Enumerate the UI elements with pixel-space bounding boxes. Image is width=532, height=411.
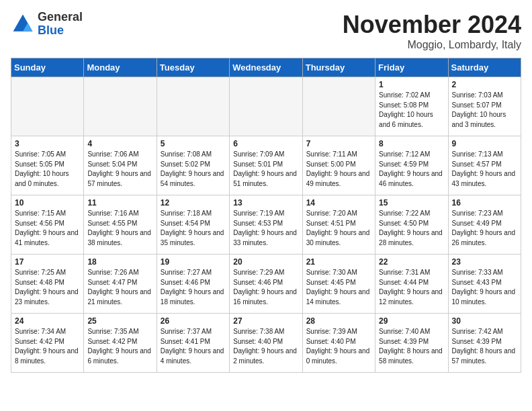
day-number: 20 [233, 257, 298, 267]
day-info: Sunrise: 7:03 AM Sunset: 5:07 PM Dayligh… [452, 91, 517, 130]
day-number: 11 [87, 198, 152, 208]
day-number: 4 [87, 139, 152, 148]
day-number: 29 [379, 316, 444, 326]
day-info: Sunrise: 7:38 AM Sunset: 4:40 PM Dayligh… [233, 327, 298, 366]
day-info: Sunrise: 7:15 AM Sunset: 4:56 PM Dayligh… [15, 209, 80, 248]
day-number: 8 [379, 139, 444, 148]
calendar-cell: 13Sunrise: 7:19 AM Sunset: 4:53 PM Dayli… [230, 195, 302, 255]
weekday-header-wednesday: Wednesday [230, 58, 302, 77]
calendar-cell: 8Sunrise: 7:12 AM Sunset: 4:59 PM Daylig… [375, 136, 448, 195]
calendar-cell: 6Sunrise: 7:09 AM Sunset: 5:01 PM Daylig… [230, 136, 302, 195]
day-info: Sunrise: 7:22 AM Sunset: 4:50 PM Dayligh… [379, 209, 444, 248]
day-info: Sunrise: 7:42 AM Sunset: 4:39 PM Dayligh… [452, 327, 517, 366]
day-info: Sunrise: 7:06 AM Sunset: 5:04 PM Dayligh… [87, 150, 152, 189]
day-number: 24 [15, 316, 80, 326]
weekday-header-thursday: Thursday [302, 58, 375, 77]
day-info: Sunrise: 7:27 AM Sunset: 4:46 PM Dayligh… [161, 268, 226, 307]
page-header: General Blue November 2024 Moggio, Lomba… [11, 11, 521, 51]
day-info: Sunrise: 7:39 AM Sunset: 4:40 PM Dayligh… [306, 327, 371, 366]
day-number: 17 [15, 257, 80, 267]
day-number: 1 [379, 80, 444, 89]
day-number: 5 [161, 139, 226, 148]
day-info: Sunrise: 7:31 AM Sunset: 4:44 PM Dayligh… [379, 268, 444, 307]
calendar-cell: 12Sunrise: 7:18 AM Sunset: 4:54 PM Dayli… [157, 195, 229, 255]
day-number: 15 [379, 198, 444, 208]
calendar-cell [84, 77, 157, 136]
day-number: 9 [452, 139, 517, 148]
weekday-header-friday: Friday [375, 58, 448, 77]
day-number: 27 [233, 316, 298, 326]
day-number: 3 [15, 139, 80, 148]
calendar-cell: 19Sunrise: 7:27 AM Sunset: 4:46 PM Dayli… [157, 255, 229, 314]
day-number: 10 [15, 198, 80, 208]
day-number: 16 [452, 198, 517, 208]
calendar-cell: 9Sunrise: 7:13 AM Sunset: 4:57 PM Daylig… [448, 136, 521, 195]
day-number: 12 [161, 198, 226, 208]
calendar-cell: 30Sunrise: 7:42 AM Sunset: 4:39 PM Dayli… [448, 314, 521, 373]
calendar-cell: 27Sunrise: 7:38 AM Sunset: 4:40 PM Dayli… [230, 314, 302, 373]
weekday-header-sunday: Sunday [11, 58, 84, 77]
day-number: 30 [452, 316, 517, 326]
weekday-header-saturday: Saturday [448, 58, 521, 77]
calendar-cell: 21Sunrise: 7:30 AM Sunset: 4:45 PM Dayli… [302, 255, 375, 314]
day-number: 13 [233, 198, 298, 208]
calendar-cell: 3Sunrise: 7:05 AM Sunset: 5:05 PM Daylig… [11, 136, 84, 195]
day-info: Sunrise: 7:18 AM Sunset: 4:54 PM Dayligh… [161, 209, 226, 248]
title-block: November 2024 Moggio, Lombardy, Italy [343, 11, 521, 51]
day-info: Sunrise: 7:25 AM Sunset: 4:48 PM Dayligh… [15, 268, 80, 307]
calendar-cell [157, 77, 229, 136]
calendar-cell: 4Sunrise: 7:06 AM Sunset: 5:04 PM Daylig… [84, 136, 157, 195]
day-info: Sunrise: 7:13 AM Sunset: 4:57 PM Dayligh… [452, 150, 517, 189]
day-number: 21 [306, 257, 371, 267]
calendar-cell [230, 77, 302, 136]
weekday-header-monday: Monday [84, 58, 157, 77]
calendar-cell: 15Sunrise: 7:22 AM Sunset: 4:50 PM Dayli… [375, 195, 448, 255]
logo-icon [11, 12, 35, 36]
day-number: 7 [306, 139, 371, 148]
calendar-cell: 7Sunrise: 7:11 AM Sunset: 5:00 PM Daylig… [302, 136, 375, 195]
calendar-cell: 11Sunrise: 7:16 AM Sunset: 4:55 PM Dayli… [84, 195, 157, 255]
day-info: Sunrise: 7:19 AM Sunset: 4:53 PM Dayligh… [233, 209, 298, 248]
calendar-table: SundayMondayTuesdayWednesdayThursdayFrid… [11, 58, 521, 373]
calendar-cell: 2Sunrise: 7:03 AM Sunset: 5:07 PM Daylig… [448, 77, 521, 136]
weekday-header-tuesday: Tuesday [157, 58, 229, 77]
day-info: Sunrise: 7:30 AM Sunset: 4:45 PM Dayligh… [306, 268, 371, 307]
calendar-cell [302, 77, 375, 136]
day-info: Sunrise: 7:37 AM Sunset: 4:41 PM Dayligh… [161, 327, 226, 366]
day-number: 23 [452, 257, 517, 267]
day-number: 6 [233, 139, 298, 148]
day-info: Sunrise: 7:34 AM Sunset: 4:42 PM Dayligh… [15, 327, 80, 366]
calendar-cell: 20Sunrise: 7:29 AM Sunset: 4:46 PM Dayli… [230, 255, 302, 314]
day-number: 2 [452, 80, 517, 89]
logo-text: General Blue [38, 11, 83, 38]
calendar-cell: 26Sunrise: 7:37 AM Sunset: 4:41 PM Dayli… [157, 314, 229, 373]
location-title: Moggio, Lombardy, Italy [343, 39, 521, 51]
calendar-cell: 25Sunrise: 7:35 AM Sunset: 4:42 PM Dayli… [84, 314, 157, 373]
calendar-cell: 14Sunrise: 7:20 AM Sunset: 4:51 PM Dayli… [302, 195, 375, 255]
day-info: Sunrise: 7:29 AM Sunset: 4:46 PM Dayligh… [233, 268, 298, 307]
day-info: Sunrise: 7:11 AM Sunset: 5:00 PM Dayligh… [306, 150, 371, 189]
day-info: Sunrise: 7:35 AM Sunset: 4:42 PM Dayligh… [87, 327, 152, 366]
day-number: 28 [306, 316, 371, 326]
day-info: Sunrise: 7:16 AM Sunset: 4:55 PM Dayligh… [87, 209, 152, 248]
day-info: Sunrise: 7:12 AM Sunset: 4:59 PM Dayligh… [379, 150, 444, 189]
day-number: 26 [161, 316, 226, 326]
day-number: 14 [306, 198, 371, 208]
day-info: Sunrise: 7:20 AM Sunset: 4:51 PM Dayligh… [306, 209, 371, 248]
day-info: Sunrise: 7:08 AM Sunset: 5:02 PM Dayligh… [161, 150, 226, 189]
day-number: 19 [161, 257, 226, 267]
calendar-cell: 16Sunrise: 7:23 AM Sunset: 4:49 PM Dayli… [448, 195, 521, 255]
day-info: Sunrise: 7:23 AM Sunset: 4:49 PM Dayligh… [452, 209, 517, 248]
day-number: 25 [87, 316, 152, 326]
calendar-cell: 10Sunrise: 7:15 AM Sunset: 4:56 PM Dayli… [11, 195, 84, 255]
calendar-cell: 5Sunrise: 7:08 AM Sunset: 5:02 PM Daylig… [157, 136, 229, 195]
calendar-cell: 24Sunrise: 7:34 AM Sunset: 4:42 PM Dayli… [11, 314, 84, 373]
calendar-cell: 28Sunrise: 7:39 AM Sunset: 4:40 PM Dayli… [302, 314, 375, 373]
calendar-cell: 18Sunrise: 7:26 AM Sunset: 4:47 PM Dayli… [84, 255, 157, 314]
calendar-cell [11, 77, 84, 136]
day-info: Sunrise: 7:33 AM Sunset: 4:43 PM Dayligh… [452, 268, 517, 307]
day-number: 18 [87, 257, 152, 267]
calendar-cell: 1Sunrise: 7:02 AM Sunset: 5:08 PM Daylig… [375, 77, 448, 136]
day-info: Sunrise: 7:40 AM Sunset: 4:39 PM Dayligh… [379, 327, 444, 366]
day-info: Sunrise: 7:09 AM Sunset: 5:01 PM Dayligh… [233, 150, 298, 189]
